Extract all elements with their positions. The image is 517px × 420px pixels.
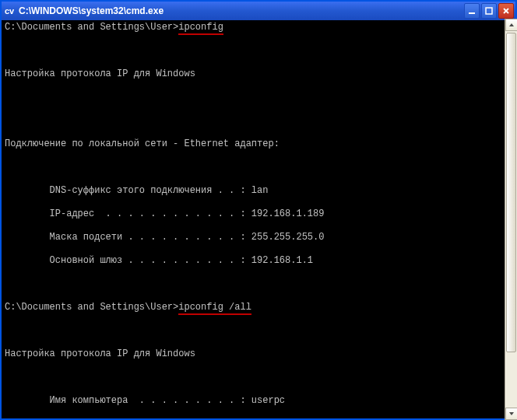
field-label: Маска подсети . . . . . . . . . . : xyxy=(5,232,251,243)
field-value: 192.168.1.1 xyxy=(251,255,313,266)
output-line: Подключение по локальной сети - Ethernet… xyxy=(5,138,512,150)
field-label: DNS-суффикс этого подключения . . : xyxy=(5,185,251,196)
cmd-window: cv C:\WINDOWS\system32\cmd.exe C:\Docume… xyxy=(0,0,517,420)
field-label: Имя компьютера . . . . . . . . . : xyxy=(5,395,251,406)
scroll-track[interactable] xyxy=(505,31,517,408)
svg-rect-0 xyxy=(469,12,475,14)
field-value: 192.168.1.189 xyxy=(251,208,325,219)
prompt-path: C:\Documents and Settings\User> xyxy=(5,302,178,313)
app-icon: cv xyxy=(3,5,16,17)
field-value: lan xyxy=(251,185,269,196)
svg-rect-1 xyxy=(486,8,492,14)
vertical-scrollbar[interactable] xyxy=(505,19,517,420)
field-value: 255.255.255.0 xyxy=(251,232,325,243)
maximize-button[interactable] xyxy=(481,3,497,19)
window-title: C:\WINDOWS\system32\cmd.exe xyxy=(19,5,464,16)
prompt-path: C:\Documents and Settings\User> xyxy=(5,22,178,33)
output-line: Настройка протокола IP для Windows xyxy=(5,68,512,80)
output-line: Настройка протокола IP для Windows xyxy=(5,348,512,360)
command-text: ipconfig xyxy=(178,22,223,33)
close-button[interactable] xyxy=(498,3,514,19)
field-label: IP-адрес . . . . . . . . . . . . : xyxy=(5,208,251,219)
field-value: userpc xyxy=(251,395,285,406)
highlight-underline xyxy=(178,313,251,315)
minimize-button[interactable] xyxy=(464,3,480,19)
highlight-underline xyxy=(178,33,223,35)
scroll-thumb[interactable] xyxy=(506,33,516,352)
terminal-output[interactable]: C:\Documents and Settings\User>ipconfig … xyxy=(2,20,515,418)
scroll-up-button[interactable] xyxy=(505,19,517,31)
command-text: ipconfig /all xyxy=(178,302,251,313)
field-label: Основной шлюз . . . . . . . . . . : xyxy=(5,255,251,266)
titlebar[interactable]: cv C:\WINDOWS\system32\cmd.exe xyxy=(2,2,515,20)
scroll-down-button[interactable] xyxy=(505,408,517,420)
